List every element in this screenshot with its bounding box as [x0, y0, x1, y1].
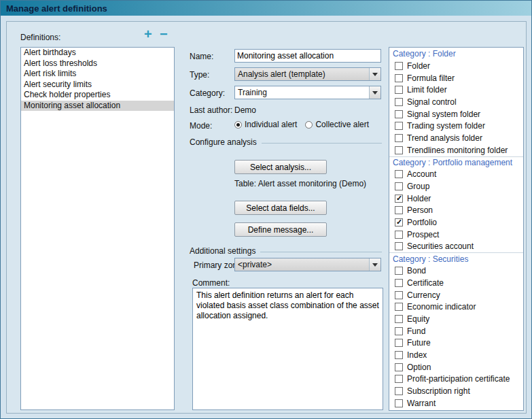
checkbox-icon[interactable] — [395, 315, 403, 323]
chevron-down-icon[interactable] — [369, 68, 380, 80]
checkbox-icon[interactable] — [395, 74, 403, 82]
category-item[interactable]: Securities account — [389, 241, 523, 253]
category-item[interactable]: Warrant — [389, 397, 523, 409]
category-item[interactable]: Bond — [389, 265, 523, 277]
category-item[interactable]: Prospect — [389, 229, 523, 241]
type-select[interactable]: Analysis alert (template) — [234, 67, 381, 81]
category-item[interactable]: Signal system folder — [389, 108, 523, 120]
definition-item[interactable]: Alert security limits — [21, 80, 174, 90]
category-item[interactable]: Person — [389, 205, 523, 217]
checkbox-icon[interactable] — [395, 242, 403, 250]
collective-alert-radio[interactable]: Collective alert — [305, 120, 369, 129]
checkbox-icon[interactable] — [395, 327, 403, 335]
category-item[interactable]: Index — [389, 349, 523, 361]
categories-panel[interactable]: Category : FolderFolderFormula filterLim… — [389, 47, 524, 411]
heading-rule — [260, 252, 382, 252]
category-item[interactable]: Subscription right — [389, 385, 523, 397]
name-field[interactable] — [234, 49, 381, 63]
category-item-label: Trendlines monitoring folder — [407, 146, 508, 155]
checkbox-icon[interactable] — [395, 291, 403, 299]
define-message-button[interactable]: Define message... — [234, 222, 327, 237]
category-item-label: Certificate — [407, 278, 444, 288]
definition-item[interactable]: Alert risk limits — [21, 69, 174, 80]
category-item[interactable]: Trading system folder — [389, 120, 523, 132]
category-item-label: Formula filter — [407, 73, 455, 83]
radio-icon[interactable] — [305, 121, 313, 129]
category-item[interactable]: Portfolio — [389, 216, 523, 229]
category-item[interactable]: Trendlines monitoring folder — [389, 144, 523, 156]
category-item[interactable]: Profit-participation certificate — [389, 373, 523, 386]
checkbox-checked-icon[interactable] — [395, 218, 403, 227]
primary-zone-select[interactable]: <private> — [234, 258, 381, 271]
category-item[interactable]: Certificate — [389, 277, 523, 289]
primary-zone-select-value: <private> — [235, 260, 369, 269]
checkbox-icon[interactable] — [395, 146, 403, 154]
comment-textarea[interactable]: This alert definition returns an alert f… — [192, 288, 383, 410]
checkbox-icon[interactable] — [395, 170, 403, 178]
checkbox-icon[interactable] — [395, 182, 403, 190]
category-item[interactable]: Future — [389, 337, 523, 349]
category-select-value: Training — [235, 88, 369, 97]
checkbox-icon[interactable] — [395, 303, 403, 311]
configure-analysis-heading-text: Configure analysis — [190, 137, 257, 147]
category-select[interactable]: Training — [234, 86, 381, 99]
add-definition-icon[interactable]: + — [144, 28, 152, 40]
checkbox-icon[interactable] — [395, 86, 403, 94]
category-item[interactable]: Option — [389, 361, 523, 373]
name-label: Name: — [190, 52, 213, 61]
checkbox-icon[interactable] — [395, 387, 403, 395]
radio-icon[interactable] — [234, 121, 242, 129]
checkbox-icon[interactable] — [395, 375, 403, 383]
category-item-label: Folder — [407, 61, 430, 71]
category-item[interactable]: Fund — [389, 325, 523, 337]
category-item-label: Group — [407, 182, 429, 191]
checkbox-icon[interactable] — [395, 206, 403, 214]
checkbox-icon[interactable] — [395, 231, 403, 239]
checkbox-icon[interactable] — [395, 134, 403, 142]
definition-item[interactable]: Alert birthdays — [21, 48, 174, 58]
category-item-label: Person — [407, 205, 433, 215]
additional-settings-heading-text: Additional settings — [190, 246, 255, 256]
category-item[interactable]: Formula filter — [389, 72, 523, 84]
remove-definition-icon[interactable]: − — [160, 28, 168, 40]
category-item-label: Signal control — [407, 97, 457, 107]
checkbox-icon[interactable] — [395, 339, 403, 347]
category-label: Category: — [190, 88, 225, 98]
category-item[interactable]: Currency — [389, 289, 523, 301]
checkbox-icon[interactable] — [395, 363, 403, 371]
checkbox-icon[interactable] — [395, 110, 403, 118]
checkbox-icon[interactable] — [395, 122, 403, 130]
category-item[interactable]: Holder — [389, 192, 523, 205]
definition-item[interactable]: Alert loss thresholds — [21, 58, 174, 69]
category-item[interactable]: Trend analysis folder — [389, 132, 523, 144]
category-item[interactable]: Economic indicator — [389, 301, 523, 313]
manage-alert-definitions-window: Manage alert definitions Definitions: + … — [0, 0, 532, 419]
definition-item[interactable]: Check holder properties — [21, 90, 174, 101]
category-item[interactable]: Folder — [389, 60, 523, 72]
chevron-down-icon[interactable] — [369, 86, 380, 99]
checkbox-icon[interactable] — [395, 62, 403, 70]
category-item[interactable]: Signal control — [389, 96, 523, 108]
checkbox-checked-icon[interactable] — [395, 195, 403, 203]
category-item[interactable]: Limit folder — [389, 84, 523, 96]
select-data-fields-button[interactable]: Select data fields... — [234, 201, 327, 215]
select-analysis-button[interactable]: Select analysis... — [234, 160, 327, 174]
checkbox-icon[interactable] — [395, 351, 403, 359]
checkbox-icon[interactable] — [395, 267, 403, 275]
category-item[interactable]: Account — [389, 169, 523, 181]
checkbox-icon[interactable] — [395, 399, 403, 407]
definitions-listbox[interactable]: Alert birthdaysAlert loss thresholdsAler… — [20, 47, 175, 410]
chevron-down-icon[interactable] — [369, 258, 380, 271]
checkbox-icon[interactable] — [395, 98, 403, 106]
category-item[interactable]: Equity — [389, 313, 523, 325]
mode-label: Mode: — [190, 121, 212, 131]
additional-settings-heading: Additional settings — [190, 246, 382, 256]
chevron-down-glyph — [372, 91, 378, 95]
category-item-label: Equity — [407, 314, 429, 324]
category-item[interactable]: Group — [389, 180, 523, 192]
mode-radio-group: Individual alert Collective alert — [234, 120, 369, 129]
definition-item[interactable]: Monitoring asset allocation — [21, 101, 174, 112]
individual-alert-radio[interactable]: Individual alert — [234, 120, 297, 129]
checkbox-icon[interactable] — [395, 279, 403, 287]
radio-label: Individual alert — [245, 120, 297, 129]
